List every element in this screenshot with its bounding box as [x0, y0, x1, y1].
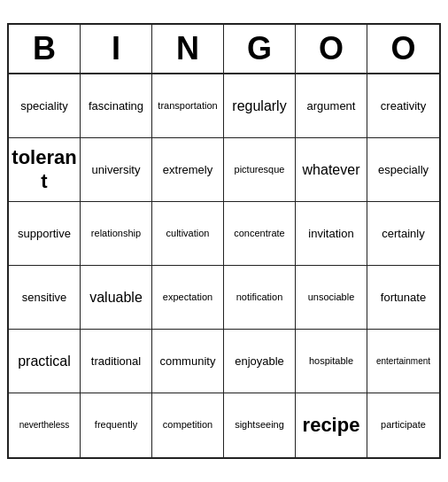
- cell-text: notification: [236, 292, 283, 303]
- header-cell-O-5: O: [367, 25, 439, 73]
- bingo-cell: hospitable: [296, 330, 367, 393]
- cell-text: fascinating: [89, 99, 143, 113]
- cell-text: tolerant: [12, 146, 77, 193]
- bingo-cell: traditional: [81, 330, 152, 393]
- bingo-cell: sensitive: [9, 266, 81, 330]
- cell-text: sensitive: [22, 291, 67, 305]
- cell-text: whatever: [303, 161, 360, 178]
- bingo-cell: picturesque: [224, 138, 296, 202]
- bingo-cell: especially: [367, 138, 439, 202]
- cell-text: extremely: [163, 163, 212, 177]
- cell-text: fortunate: [381, 291, 426, 305]
- cell-text: expectation: [163, 292, 212, 303]
- cell-text: especially: [378, 163, 429, 177]
- cell-text: traditional: [91, 354, 141, 369]
- cell-text: picturesque: [235, 164, 285, 175]
- bingo-cell: relationship: [81, 202, 152, 266]
- bingo-cell: tolerant: [9, 138, 81, 202]
- bingo-cell: invitation: [296, 202, 367, 266]
- bingo-cell: fortunate: [367, 266, 439, 330]
- bingo-cell: community: [152, 330, 224, 393]
- cell-text: nevertheless: [19, 420, 70, 431]
- bingo-cell: competition: [152, 393, 224, 457]
- cell-text: valuable: [89, 289, 143, 306]
- cell-text: recipe: [303, 414, 360, 437]
- bingo-cell: speciality: [9, 74, 81, 138]
- bingo-cell: cultivation: [152, 202, 224, 266]
- header-cell-I-1: I: [81, 25, 152, 73]
- cell-text: practical: [18, 353, 71, 369]
- bingo-card: BINGOO specialityfascinatingtransportati…: [7, 23, 441, 459]
- cell-text: frequently: [95, 419, 137, 431]
- cell-text: sightseeing: [235, 419, 284, 431]
- cell-text: argument: [307, 99, 356, 113]
- cell-text: cultivation: [166, 228, 210, 239]
- cell-text: unsociable: [308, 292, 355, 303]
- cell-text: invitation: [308, 227, 353, 241]
- bingo-cell: practical: [9, 330, 81, 393]
- bingo-cell: participate: [367, 393, 439, 457]
- cell-text: competition: [163, 419, 212, 431]
- cell-text: concentrate: [234, 228, 284, 239]
- bingo-cell: recipe: [296, 393, 367, 457]
- bingo-cell: regularly: [224, 74, 296, 138]
- header-cell-G-3: G: [224, 25, 296, 73]
- cell-text: regularly: [232, 97, 286, 114]
- cell-text: creativity: [381, 99, 426, 113]
- bingo-cell: expectation: [152, 266, 224, 330]
- cell-text: certainly: [382, 227, 424, 241]
- cell-text: relationship: [91, 228, 141, 239]
- bingo-cell: certainly: [367, 202, 439, 266]
- cell-text: participate: [381, 419, 426, 431]
- bingo-cell: sightseeing: [224, 393, 296, 457]
- bingo-cell: whatever: [296, 138, 367, 202]
- bingo-cell: frequently: [81, 393, 152, 457]
- header-cell-B-0: B: [9, 25, 81, 73]
- bingo-cell: entertainment: [367, 330, 439, 393]
- bingo-cell: university: [81, 138, 152, 202]
- bingo-cell: supportive: [9, 202, 81, 266]
- bingo-cell: concentrate: [224, 202, 296, 266]
- header-cell-N-2: N: [152, 25, 224, 73]
- bingo-cell: unsociable: [296, 266, 367, 330]
- bingo-cell: extremely: [152, 138, 224, 202]
- cell-text: community: [160, 354, 216, 369]
- bingo-cell: nevertheless: [9, 393, 81, 457]
- bingo-cell: fascinating: [81, 74, 152, 138]
- bingo-header: BINGOO: [9, 25, 439, 74]
- bingo-cell: enjoyable: [224, 330, 296, 393]
- cell-text: transportation: [158, 100, 217, 112]
- cell-text: supportive: [18, 227, 71, 241]
- bingo-cell: argument: [296, 74, 367, 138]
- cell-text: enjoyable: [235, 354, 284, 369]
- cell-text: university: [92, 163, 141, 177]
- bingo-cell: valuable: [81, 266, 152, 330]
- cell-text: hospitable: [309, 355, 353, 367]
- bingo-cell: creativity: [367, 74, 439, 138]
- bingo-cell: transportation: [152, 74, 224, 138]
- header-cell-O-4: O: [296, 25, 367, 73]
- bingo-grid: specialityfascinatingtransportationregul…: [9, 74, 439, 457]
- cell-text: speciality: [20, 99, 67, 113]
- cell-text: entertainment: [376, 356, 430, 367]
- bingo-cell: notification: [224, 266, 296, 330]
